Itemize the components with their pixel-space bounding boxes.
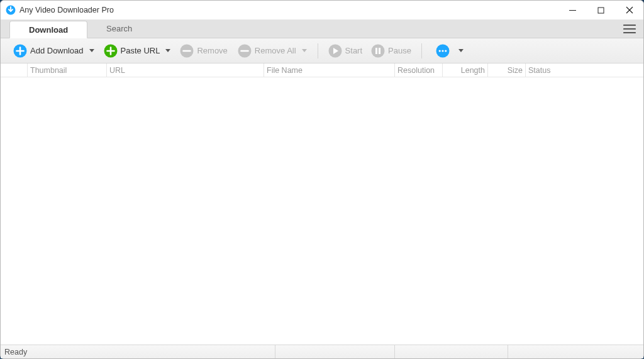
status-cell-2 <box>275 345 394 358</box>
menu-button[interactable] <box>621 20 638 38</box>
remove-all-button[interactable]: Remove All <box>236 41 297 60</box>
more-icon <box>436 44 450 58</box>
svg-point-27 <box>439 50 441 52</box>
svg-point-23 <box>372 44 385 57</box>
toolbar-separator <box>421 43 422 58</box>
status-cell-3 <box>394 345 508 358</box>
app-window: Any Video Downloader Pro Download Search… <box>0 0 644 359</box>
pause-icon <box>371 44 385 58</box>
play-icon <box>328 44 342 58</box>
paste-url-label: Paste URL <box>121 46 160 55</box>
remove-all-label: Remove All <box>255 46 296 55</box>
column-checkbox[interactable] <box>1 64 27 77</box>
download-list[interactable] <box>1 77 643 345</box>
toolbar-separator <box>318 43 318 58</box>
add-download-label: Add Download <box>30 46 84 55</box>
svg-rect-25 <box>379 48 380 54</box>
pause-label: Pause <box>388 46 411 55</box>
more-button[interactable] <box>435 41 454 60</box>
close-button[interactable] <box>615 1 643 19</box>
start-label: Start <box>345 46 362 55</box>
pause-button[interactable]: Pause <box>370 41 413 60</box>
svg-marker-30 <box>458 49 464 52</box>
svg-rect-24 <box>375 48 377 54</box>
app-title: Any Video Downloader Pro <box>19 6 114 14</box>
titlebar: Any Video Downloader Pro <box>1 1 643 19</box>
column-resolution[interactable]: Resolution <box>394 64 442 77</box>
start-button[interactable]: Start <box>327 41 364 60</box>
tabbar: Download Search <box>1 19 643 38</box>
tab-download[interactable]: Download <box>9 21 87 38</box>
plus-icon <box>13 44 27 58</box>
minimize-button[interactable] <box>558 1 587 19</box>
add-download-button[interactable]: Add Download <box>12 41 85 60</box>
paste-url-dropdown[interactable] <box>164 49 172 53</box>
column-thumbnail[interactable]: Thumbnail <box>27 64 106 77</box>
statusbar: Ready <box>1 345 643 358</box>
toolbar: Add Download Paste URL Remove Remove All <box>1 38 643 64</box>
tab-search[interactable]: Search <box>87 20 151 38</box>
svg-point-28 <box>441 50 443 52</box>
svg-marker-15 <box>165 49 170 52</box>
app-icon <box>6 5 16 15</box>
svg-rect-2 <box>598 8 604 13</box>
column-status[interactable]: Status <box>525 64 643 77</box>
more-dropdown[interactable] <box>457 49 465 53</box>
svg-marker-11 <box>89 49 94 52</box>
column-file-name[interactable]: File Name <box>264 64 394 77</box>
minus-icon <box>180 44 194 58</box>
plus-icon-green <box>104 44 118 58</box>
column-url[interactable]: URL <box>106 64 264 77</box>
svg-marker-20 <box>302 49 307 52</box>
minus-icon <box>238 44 252 58</box>
remove-label: Remove <box>197 46 227 55</box>
column-size[interactable]: Size <box>487 64 525 77</box>
column-length[interactable]: Length <box>442 64 487 77</box>
remove-all-dropdown[interactable] <box>300 49 309 53</box>
remove-button[interactable]: Remove <box>179 41 228 60</box>
svg-point-29 <box>445 50 447 52</box>
status-cell-4 <box>508 345 643 358</box>
add-download-dropdown[interactable] <box>87 49 96 53</box>
paste-url-button[interactable]: Paste URL <box>103 41 162 60</box>
maximize-button[interactable] <box>587 1 615 19</box>
column-headers: Thumbnail URL File Name Resolution Lengt… <box>1 64 643 77</box>
status-text: Ready <box>1 345 275 358</box>
